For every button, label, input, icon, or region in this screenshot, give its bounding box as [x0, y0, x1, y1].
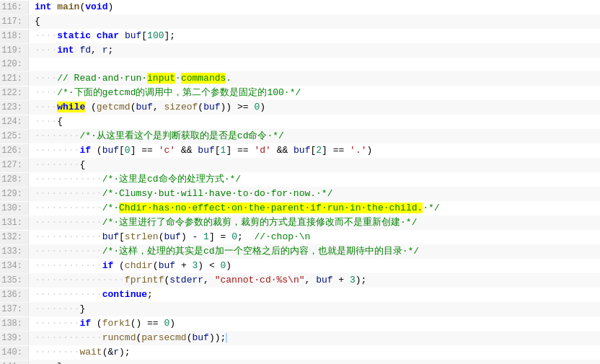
line-content: ····while (getcmd(buf, sizeof(buf)) >= 0… [32, 100, 600, 114]
line-content: ····static char buf[100]; [32, 29, 600, 43]
code-line-136: 136: ············continue; [0, 288, 600, 302]
code-line-130: 130: ············/*·Chdir·has·no·effect·… [0, 201, 600, 216]
code-line-131: 131: ············/*·这里进行了命令参数的裁剪，裁剪的方式是直… [0, 216, 600, 230]
line-number: 118: [0, 30, 29, 43]
code-editor: 116: int main(void) 117: { 118: ····stat… [0, 0, 600, 364]
line-content: ····/*·下面的getcmd的调用中，第二个参数是固定的100·*/ [32, 86, 600, 99]
code-line-117: 117: { [0, 14, 600, 29]
line-content: ········wait(&r); [32, 345, 600, 359]
code-line-126: 126: ········if (buf[0] == 'c' && buf[1]… [0, 143, 600, 158]
line-content: ················fprintf(stderr, "cannot·… [32, 273, 600, 287]
line-content: ············/*·这里进行了命令参数的裁剪，裁剪的方式是直接修改而不… [32, 216, 600, 229]
line-number: 139: [0, 332, 29, 345]
code-line-121: 121: ····// Read·and·run·input·commands. [0, 71, 600, 86]
line-number: 140: [0, 346, 29, 360]
line-content: ············if (chdir(buf + 3) < 0) [32, 259, 600, 272]
code-line-125: 125: ········/*·从这里看这个是判断获取的是否是cd命令·*/ [0, 129, 600, 143]
line-number: 120: [0, 58, 29, 71]
line-number: 133: [0, 245, 29, 259]
line-content: ········/*·从这里看这个是判断获取的是否是cd命令·*/ [32, 129, 600, 143]
line-content: ············/*·这里是cd命令的处理方式·*/ [32, 172, 600, 186]
line-content: ····} [32, 360, 600, 364]
line-content: ····int fd, r; [32, 43, 600, 57]
code-line-120: 120: [0, 58, 600, 71]
line-content: ············runcmd(parsecmd(buf)); [32, 331, 600, 345]
code-line-129: 129: ············/*·Clumsy·but·will·have… [0, 187, 600, 201]
line-content: ····// Read·and·run·input·commands. [32, 71, 600, 85]
code-line-140: 140: ········wait(&r); [0, 345, 600, 360]
line-number: 131: [0, 216, 29, 230]
line-number: 134: [0, 259, 29, 273]
code-line-135: 135: ················fprintf(stderr, "ca… [0, 273, 600, 288]
code-line-123: 123: ····while (getcmd(buf, sizeof(buf))… [0, 100, 600, 115]
line-number: 138: [0, 317, 29, 331]
code-line-139: 139: ············runcmd(parsecmd(buf)); [0, 331, 600, 345]
code-line-119: 119: ····int fd, r; [0, 43, 600, 58]
line-number: 136: [0, 288, 29, 302]
line-content: int main(void) [32, 0, 600, 14]
line-number: 135: [0, 274, 29, 288]
code-line-122: 122: ····/*·下面的getcmd的调用中，第二个参数是固定的100·*… [0, 86, 600, 100]
line-content: ········} [32, 302, 600, 316]
line-number: 128: [0, 173, 29, 187]
line-content: ············buf[strlen(buf) - 1] = 0; //… [32, 230, 600, 244]
code-line-132: 132: ············buf[strlen(buf) - 1] = … [0, 230, 600, 244]
line-number: 121: [0, 72, 29, 86]
line-content: ····{ [32, 115, 600, 128]
code-line-137: 137: ········} [0, 302, 600, 316]
code-line-124: 124: ····{ [0, 115, 600, 129]
line-content: { [32, 14, 600, 28]
line-content: ············/*·Clumsy·but·will·have·to·d… [32, 187, 600, 200]
line-content: ············/*·这样，处理的其实是cd加一个空格之后的内容，也就是… [32, 244, 600, 258]
code-line-133: 133: ············/*·这样，处理的其实是cd加一个空格之后的内… [0, 244, 600, 259]
code-line-128: 128: ············/*·这里是cd命令的处理方式·*/ [0, 172, 600, 187]
line-content: ············continue; [32, 288, 600, 301]
line-content: ············/*·Chdir·has·no·effect·on·th… [32, 201, 600, 215]
code-line-141: 141: ····} [0, 360, 600, 364]
code-line-138: 138: ········if (fork1() == 0) [0, 316, 600, 331]
code-line-134: 134: ············if (chdir(buf + 3) < 0) [0, 259, 600, 273]
line-number: 130: [0, 202, 29, 216]
line-number: 127: [0, 159, 29, 172]
code-line-118: 118: ····static char buf[100]; [0, 29, 600, 43]
line-number: 129: [0, 187, 29, 201]
line-number: 122: [0, 86, 29, 100]
code-line-127: 127: ········{ [0, 158, 600, 172]
line-number: 137: [0, 303, 29, 316]
line-number: 126: [0, 144, 29, 158]
line-number: 119: [0, 44, 29, 58]
line-number: 125: [0, 130, 29, 143]
line-number: 132: [0, 231, 29, 244]
code-line-116: 116: int main(void) [0, 0, 600, 14]
line-content: ········if (fork1() == 0) [32, 316, 600, 330]
line-number: 141: [0, 360, 29, 364]
line-number: 117: [0, 15, 29, 29]
line-number: 123: [0, 101, 29, 115]
line-content: ········if (buf[0] == 'c' && buf[1] == '… [32, 143, 600, 157]
line-content: ········{ [32, 158, 600, 172]
line-number: 124: [0, 115, 29, 129]
line-number: 116: [0, 1, 29, 14]
